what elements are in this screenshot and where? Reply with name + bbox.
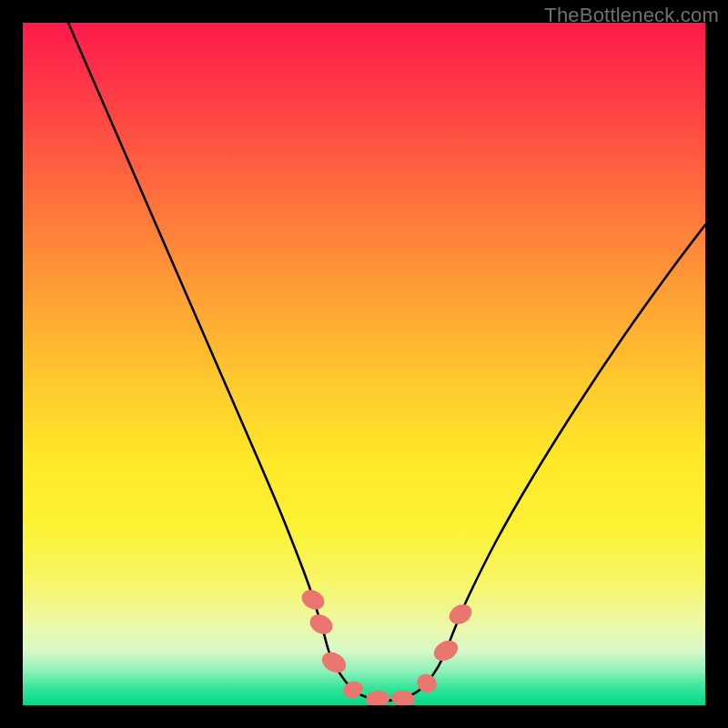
curves-group bbox=[68, 23, 705, 701]
chart-frame: TheBottleneck.com bbox=[0, 0, 728, 728]
marker-left-lower bbox=[318, 648, 349, 676]
curve-left-curve bbox=[68, 23, 387, 701]
marker-bottom-2 bbox=[365, 690, 389, 705]
chart-svg bbox=[23, 23, 705, 705]
curve-right-curve bbox=[387, 225, 705, 701]
watermark-text: TheBottleneck.com bbox=[544, 4, 719, 27]
marker-right-upper bbox=[446, 601, 476, 628]
marker-right-lower bbox=[430, 636, 461, 664]
marker-left-upper-1 bbox=[298, 586, 328, 613]
marker-left-upper-2 bbox=[307, 611, 336, 638]
markers-group bbox=[298, 586, 475, 705]
plot-area bbox=[23, 23, 705, 705]
marker-bottom-3 bbox=[390, 689, 416, 705]
